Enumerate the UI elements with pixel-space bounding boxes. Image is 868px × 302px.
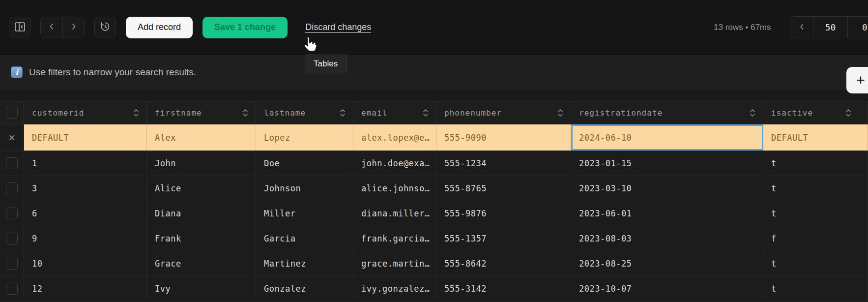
table-cell-customerid[interactable]: 3 [24, 176, 147, 201]
table-cell-firstname[interactable]: Alice [147, 176, 256, 201]
row-checkbox[interactable] [6, 258, 18, 270]
row-select-gutter [0, 251, 24, 276]
pending-row: ✕ DEFAULT Alex Lopez alex.lopex@e… 555-9… [0, 124, 868, 151]
table-cell-isactive[interactable]: f [763, 226, 868, 251]
pending-cell-lastname[interactable]: Lopez [256, 124, 353, 151]
table-cell-lastname[interactable]: Gonzalez [256, 276, 353, 301]
discard-changes-link[interactable]: Discard changes [305, 22, 371, 32]
row-select-gutter [0, 201, 24, 226]
table-cell-email[interactable]: john.doe@exa… [353, 151, 436, 176]
table-cell-email[interactable]: frank.garcia… [353, 226, 436, 251]
sort-icon[interactable] [557, 108, 564, 118]
pending-row-gutter: ✕ [0, 124, 24, 151]
pending-cell-registrationdate-focused[interactable]: 2024-06-10 [571, 124, 763, 151]
table-cell-isactive[interactable]: t [763, 151, 868, 176]
table-cell-customerid[interactable]: 6 [24, 201, 147, 226]
select-all-checkbox[interactable] [6, 107, 18, 119]
column-header-lastname[interactable]: lastname [256, 101, 353, 124]
table-cell-firstname[interactable]: Grace [147, 251, 256, 276]
page-size-input[interactable]: 50 [813, 17, 847, 38]
table-cell-firstname[interactable]: Frank [147, 226, 256, 251]
table-cell-firstname[interactable]: Ivy [147, 276, 256, 301]
table-cell-customerid[interactable]: 10 [24, 251, 147, 276]
column-label: firstname [155, 108, 202, 118]
column-label: customerid [32, 108, 84, 118]
table-cell-isactive[interactable]: t [763, 201, 868, 226]
table-cell-email[interactable]: grace.martin… [353, 251, 436, 276]
previous-page-button[interactable] [790, 17, 813, 38]
table-cell-email[interactable]: alice.johnso… [353, 176, 436, 201]
back-button[interactable] [41, 17, 62, 38]
column-header-firstname[interactable]: firstname [147, 101, 256, 124]
table-cell-registrationdate[interactable]: 2023-06-01 [571, 201, 763, 226]
pending-cell-customerid[interactable]: DEFAULT [24, 124, 147, 151]
table-cell-lastname[interactable]: Garcia [256, 226, 353, 251]
table-cell-isactive[interactable]: t [763, 176, 868, 201]
add-record-button[interactable]: Add record [126, 17, 193, 38]
table-cell-email[interactable]: diana.miller… [353, 201, 436, 226]
forward-button[interactable] [62, 17, 84, 38]
table-row: 1JohnDoejohn.doe@exa…555-12342023-01-15t [0, 151, 868, 176]
pending-cell-isactive[interactable]: DEFAULT [763, 124, 868, 151]
toggle-sidebar-button[interactable] [9, 17, 30, 38]
table-cell-customerid[interactable]: 12 [24, 276, 147, 301]
sort-icon[interactable] [133, 108, 140, 118]
pending-cell-firstname[interactable]: Alex [147, 124, 256, 151]
data-grid: customerid firstname lastname email phon… [0, 101, 868, 302]
table-cell-firstname[interactable]: John [147, 151, 256, 176]
table-cell-registrationdate[interactable]: 2023-08-03 [571, 226, 763, 251]
sort-icon[interactable] [422, 108, 429, 118]
row-checkbox[interactable] [6, 233, 18, 244]
sort-icon[interactable] [845, 108, 852, 118]
row-checkbox[interactable] [6, 182, 18, 194]
table-cell-customerid[interactable]: 1 [24, 151, 147, 176]
history-nav-group [40, 17, 85, 38]
query-history-button[interactable] [94, 17, 116, 38]
save-changes-button[interactable]: Save 1 change [203, 17, 288, 38]
table-cell-firstname[interactable]: Diana [147, 201, 256, 226]
sort-icon[interactable] [242, 108, 249, 118]
table-cell-registrationdate[interactable]: 2023-01-15 [571, 151, 763, 176]
sort-icon[interactable] [749, 108, 756, 118]
table-cell-phonenumber[interactable]: 555-1234 [436, 151, 571, 176]
table-cell-lastname[interactable]: Miller [256, 201, 353, 226]
column-label: phonenumber [444, 108, 502, 118]
column-header-customerid[interactable]: customerid [24, 101, 147, 124]
table-cell-phonenumber[interactable]: 555-8642 [436, 251, 571, 276]
table-cell-phonenumber[interactable]: 555-9876 [436, 201, 571, 226]
grid-body: 1JohnDoejohn.doe@exa…555-12342023-01-15t… [0, 151, 868, 302]
table-cell-registrationdate[interactable]: 2023-03-10 [571, 176, 763, 201]
table-cell-phonenumber[interactable]: 555-1357 [436, 226, 571, 251]
add-column-button[interactable]: + [846, 67, 868, 93]
table-cell-lastname[interactable]: Martinez [256, 251, 353, 276]
table-cell-registrationdate[interactable]: 2023-08-25 [571, 251, 763, 276]
column-header-isactive[interactable]: isactive [763, 101, 868, 124]
page-offset-input[interactable]: 0 [847, 17, 868, 38]
sort-icon[interactable] [339, 108, 346, 118]
row-checkbox[interactable] [6, 157, 18, 169]
row-checkbox[interactable] [6, 208, 18, 219]
history-clock-icon [99, 21, 111, 34]
table-cell-phonenumber[interactable]: 555-3142 [436, 276, 571, 301]
column-header-registrationdate[interactable]: registrationdate [571, 101, 763, 124]
table-cell-customerid[interactable]: 9 [24, 226, 147, 251]
table-cell-lastname[interactable]: Doe [256, 151, 353, 176]
result-stats: 13 rows • 67ms [714, 0, 771, 55]
remove-row-icon[interactable]: ✕ [9, 132, 15, 143]
content-gap [0, 90, 868, 101]
table-cell-email[interactable]: ivy.gonzalez… [353, 276, 436, 301]
pending-cell-email[interactable]: alex.lopex@e… [353, 124, 436, 151]
table-cell-phonenumber[interactable]: 555-8765 [436, 176, 571, 201]
table-cell-isactive[interactable]: t [763, 276, 868, 301]
column-header-phonenumber[interactable]: phonenumber [436, 101, 571, 124]
select-all-gutter [0, 101, 24, 124]
table-cell-registrationdate[interactable]: 2023-10-07 [571, 276, 763, 301]
table-row: 10GraceMartinezgrace.martin…555-86422023… [0, 251, 868, 276]
table-cell-lastname[interactable]: Johnson [256, 176, 353, 201]
pending-cell-phonenumber[interactable]: 555-9090 [436, 124, 571, 151]
table-cell-isactive[interactable]: t [763, 251, 868, 276]
row-checkbox[interactable] [6, 283, 18, 295]
info-icon: i [11, 66, 23, 78]
column-header-email[interactable]: email [353, 101, 436, 124]
filter-hint-text: Use filters to narrow your search result… [29, 67, 196, 78]
